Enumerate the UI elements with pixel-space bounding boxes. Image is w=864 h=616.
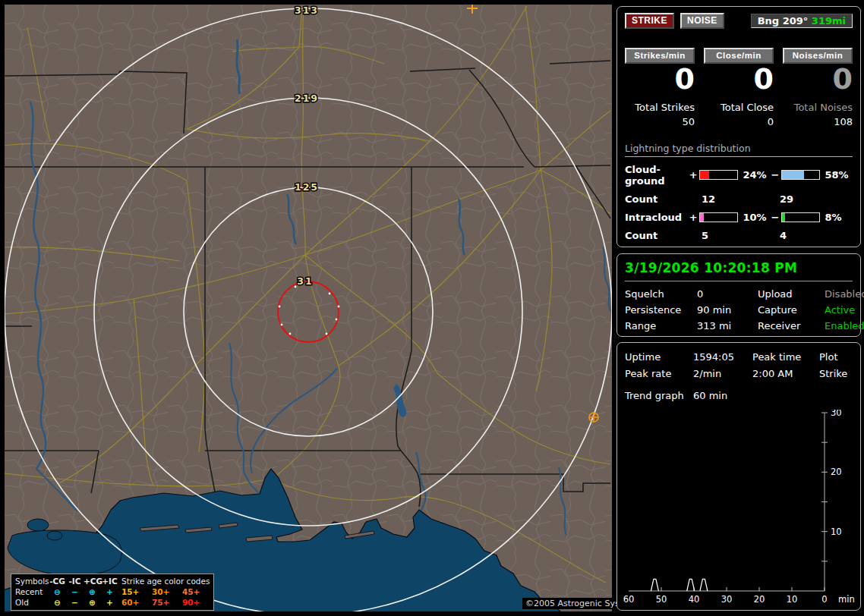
ic-negative-count: 4: [780, 230, 787, 241]
capture-status: Active: [825, 304, 864, 316]
svg-text:30: 30: [721, 594, 733, 605]
ring-label-313: 313: [295, 5, 319, 16]
distribution-title: Lightning type distribution: [625, 143, 853, 157]
plus-sign: +: [689, 169, 698, 181]
svg-text:10: 10: [787, 594, 798, 605]
cg-positive-count: 12: [702, 193, 780, 205]
persistence-label: Persistence: [625, 304, 697, 316]
cg-positive-pct: 24%: [739, 169, 771, 181]
strikes-per-min-counter: Strikes/min 0 Total Strikes 50: [625, 48, 695, 127]
uptime-value: 1594:05: [693, 351, 752, 363]
plus-icon: +: [101, 586, 118, 597]
legend-symbols-header: Symbols: [15, 576, 49, 586]
intracloud-count-row: Count 5 4: [625, 230, 853, 241]
age-code-45: 45+: [179, 586, 210, 597]
cg-negative-count: 29: [780, 193, 793, 205]
peak-rate-value: 2/min: [693, 368, 752, 379]
count-label: Count: [625, 230, 702, 241]
close-per-min-value: 0: [704, 64, 774, 95]
peak-time-value: 2:00 AM: [752, 368, 819, 379]
total-noises-label: Total Noises: [783, 102, 853, 113]
range-label: Range: [625, 320, 697, 332]
legend-row-old-label: Old: [15, 597, 49, 608]
stats-panel: Uptime 1594:05 Peak time Plot Peak rate …: [616, 342, 861, 611]
plus-sign: +: [689, 212, 698, 223]
trend-graph-canvas: 1020306050403020100min: [621, 410, 858, 608]
status-panel: 3/19/2026 10:20:18 PM Squelch 0 Upload D…: [616, 253, 861, 337]
ic-positive-count: 5: [702, 230, 780, 241]
ring-label-125: 125: [295, 181, 319, 193]
ring-label-31: 31: [297, 275, 313, 287]
legend-age-header: Strike age color codes: [118, 576, 210, 586]
plus-icon: +: [101, 597, 118, 608]
svg-text:10: 10: [831, 526, 842, 537]
minus-icon: −: [66, 586, 84, 597]
svg-text:20: 20: [831, 467, 842, 477]
total-close-value: 0: [704, 116, 774, 127]
cloud-ground-label: Cloud-ground: [625, 164, 689, 187]
total-close-label: Total Close: [704, 102, 774, 113]
legend-col-ncg: -CG: [49, 576, 66, 586]
total-strikes-label: Total Strikes: [625, 102, 695, 113]
legend-col-pic: +IC: [101, 576, 118, 586]
upload-status: Disabled: [825, 288, 864, 300]
legend-col-nic: -IC: [66, 576, 84, 586]
intracloud-label: Intracloud: [625, 212, 689, 223]
strike-symbol-pcg: [589, 413, 599, 423]
minus-icon: −: [66, 597, 84, 608]
datetime-display: 3/19/2026 10:20:18 PM: [625, 260, 853, 281]
map-legend: Symbols -CG -IC +CG +IC Strike age color…: [11, 574, 214, 611]
peak-time-header: Peak time: [752, 351, 819, 363]
svg-text:40: 40: [689, 594, 700, 605]
trend-window-value[interactable]: 60 min: [693, 390, 727, 401]
close-per-min-button[interactable]: Close/min: [704, 48, 774, 64]
upload-label: Upload: [758, 288, 825, 300]
ic-positive-pct: 10%: [739, 212, 771, 223]
intracloud-row: Intracloud + 10% − 8%: [625, 212, 853, 223]
strike-mode-button[interactable]: STRIKE: [625, 13, 674, 29]
noises-per-min-button[interactable]: Noises/min: [783, 48, 853, 64]
cg-negative-bar: [781, 170, 820, 180]
cg-positive-bar: [699, 170, 738, 180]
cg-negative-pct: 58%: [821, 169, 853, 181]
total-noises-value: 108: [783, 116, 853, 127]
age-code-90: 90+: [179, 597, 210, 608]
bearing-value: Bng 209°: [758, 15, 809, 27]
count-label: Count: [625, 193, 702, 205]
receiver-status: Enabled: [825, 320, 864, 332]
noises-per-min-value: 0: [783, 64, 853, 95]
plot-mode-value[interactable]: Strike: [819, 368, 853, 379]
total-strikes-value: 50: [625, 116, 695, 127]
close-per-min-counter: Close/min 0 Total Close 0: [704, 48, 774, 127]
age-code-30: 30+: [149, 586, 179, 597]
capture-label: Capture: [758, 304, 825, 316]
ic-positive-bar: [699, 212, 738, 222]
peak-rate-label: Peak rate: [625, 368, 693, 379]
svg-text:50: 50: [656, 594, 667, 605]
svg-text:0: 0: [821, 594, 827, 605]
svg-text:min: min: [838, 594, 855, 605]
bearing-readout[interactable]: Bng 209° 319mi: [751, 14, 853, 28]
svg-text:30: 30: [831, 410, 842, 418]
trend-graph: 1020306050403020100min: [621, 410, 858, 608]
ring-label-219: 219: [295, 93, 319, 104]
noise-mode-button[interactable]: NOISE: [680, 13, 724, 29]
lightning-map[interactable]: 313 219 125 31: [5, 5, 612, 611]
legend-row-recent-label: Recent: [15, 586, 49, 597]
svg-text:20: 20: [754, 594, 765, 605]
strikes-per-min-button[interactable]: Strikes/min: [625, 48, 695, 64]
minus-sign: −: [771, 169, 780, 181]
circled-plus-icon: ⊕: [84, 597, 101, 608]
ic-negative-bar: [781, 212, 820, 222]
cloud-ground-count-row: Count 12 29: [625, 193, 853, 205]
squelch-value: 0: [697, 288, 758, 300]
map-canvas[interactable]: 313 219 125 31: [5, 5, 612, 611]
svg-text:60: 60: [623, 594, 635, 605]
plot-header: Plot: [819, 351, 853, 363]
age-code-60: 60+: [118, 597, 149, 608]
circled-minus-icon: ⊖: [49, 586, 66, 597]
age-code-75: 75+: [149, 597, 179, 608]
strike-counter-panel: STRIKE NOISE Bng 209° 319mi Strikes/min …: [616, 6, 861, 247]
legend-col-pcg: +CG: [84, 576, 101, 586]
range-value: 313 mi: [697, 320, 758, 332]
